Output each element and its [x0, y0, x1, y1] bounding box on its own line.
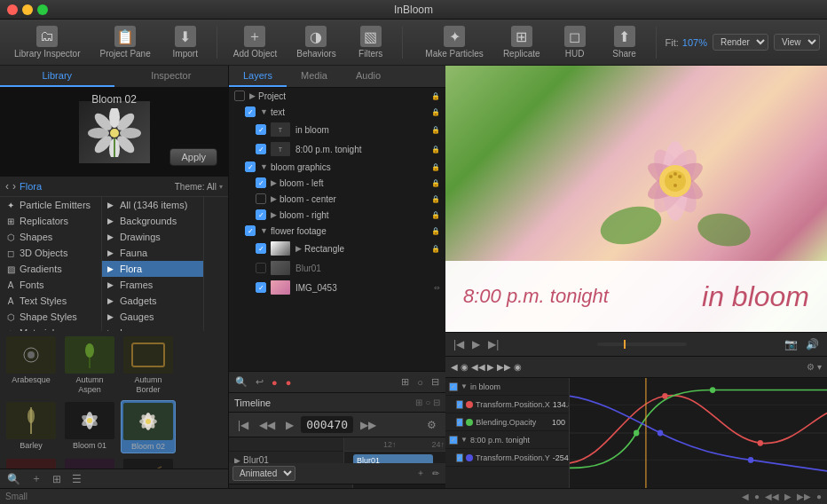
status-icon-4[interactable]: ▶: [784, 492, 792, 501]
blur01-track[interactable]: Blur01: [344, 452, 445, 463]
cat-3d-objects[interactable]: ◻ 3D Objects: [0, 245, 101, 261]
cat-shapes[interactable]: ⬡ Shapes: [0, 229, 101, 245]
fit-value[interactable]: 107%: [682, 37, 707, 48]
layer-bloom-right-check[interactable]: ✓: [256, 209, 266, 220]
render-dropdown[interactable]: Render: [713, 34, 768, 51]
layer-bloom-center-check[interactable]: [256, 193, 266, 204]
tab-media[interactable]: Media: [287, 66, 342, 87]
subcat-all[interactable]: ▶ All (1346 items): [102, 197, 203, 213]
vp-camera-button[interactable]: 📷: [782, 337, 800, 351]
project-pane-button[interactable]: 📋 Project Pane: [92, 22, 157, 62]
status-icon-6[interactable]: ●: [816, 492, 822, 501]
thumb-branch-01[interactable]: Branch 01: [121, 457, 176, 469]
add-library-button[interactable]: ＋: [28, 469, 45, 488]
nav-forward[interactable]: ›: [12, 180, 16, 193]
subcat-gadgets[interactable]: ▶ Gadgets: [102, 293, 203, 309]
tab-inspector[interactable]: Inspector: [114, 66, 229, 87]
rp-transform-y[interactable]: ✓ Transform.Position.Y -254.31: [445, 449, 569, 467]
layer-flower-footage[interactable]: ✓ ▼ flower footage 🔒: [229, 223, 445, 239]
timeline-rewind-button[interactable]: ◀◀: [256, 417, 279, 433]
rp-in-bloom-check[interactable]: ✓: [449, 382, 458, 391]
rp-y-check[interactable]: ✓: [456, 453, 463, 462]
share-button[interactable]: ⬆ Share: [603, 22, 647, 62]
vp-start-button[interactable]: |◀: [451, 337, 467, 351]
tab-layers[interactable]: Layers: [229, 66, 287, 87]
timeline-fast-forward-button[interactable]: ▶▶: [357, 417, 380, 433]
layer-bloom-right[interactable]: ✓ ▶ bloom - right 🔒: [229, 207, 445, 223]
status-icon-3[interactable]: ◀◀: [765, 492, 779, 501]
expand-btn[interactable]: ⊟: [429, 374, 442, 390]
status-icon-2[interactable]: ●: [754, 492, 760, 501]
thumb-bloom-03[interactable]: Bloom 03: [4, 457, 59, 469]
thumb-barley[interactable]: Barley: [4, 400, 59, 454]
tl-label-blur01[interactable]: ▶ Blur01: [229, 452, 343, 463]
rp-x-check[interactable]: ✓: [456, 400, 463, 409]
breadcrumb[interactable]: Flora: [20, 181, 42, 192]
thumb-autumn-border[interactable]: Autumn Border: [121, 335, 176, 397]
rp-tonight[interactable]: ✓ ▼ 8:00 p.m. tonight: [445, 431, 569, 449]
layer-img-check[interactable]: ✓: [256, 282, 266, 293]
subcat-frames[interactable]: ▶ Frames: [102, 277, 203, 293]
tab-library[interactable]: Library: [0, 66, 114, 87]
layer-in-bloom[interactable]: ✓ T in bloom 🔒: [229, 120, 445, 139]
import-button[interactable]: ⬇ Import: [163, 22, 208, 62]
apply-button[interactable]: Apply: [169, 148, 217, 166]
subcat-flora[interactable]: ▶ Flora: [102, 261, 203, 277]
layer-project-check[interactable]: [234, 91, 245, 101]
layer-bloom-left-check[interactable]: ✓: [256, 177, 266, 188]
status-icon-5[interactable]: ▶▶: [797, 492, 811, 501]
layer-tonight[interactable]: ✓ T 8:00 p.m. tonight 🔒: [229, 139, 445, 159]
layer-project[interactable]: ▶ Project 🔒: [229, 88, 445, 104]
view-dropdown[interactable]: View: [774, 34, 820, 51]
animated-dropdown[interactable]: Animated: [232, 466, 295, 481]
subcat-drawings[interactable]: ▶ Drawings: [102, 229, 203, 245]
replicate-button[interactable]: ⊞ Replicate: [496, 22, 547, 62]
minimize-button[interactable]: [22, 4, 33, 15]
status-icon-1[interactable]: ◀: [742, 492, 749, 501]
grid-view-button[interactable]: ⊞: [49, 471, 65, 487]
layer-flower-footage-check[interactable]: ✓: [245, 225, 256, 236]
thumb-bloom-02[interactable]: Bloom 02: [121, 400, 176, 454]
cat-fonts[interactable]: A Fonts: [0, 277, 101, 293]
thumb-arabesque[interactable]: Arabesque: [4, 335, 59, 397]
blur01-bar[interactable]: Blur01: [353, 454, 433, 463]
nav-back[interactable]: ‹: [5, 180, 9, 193]
scrubber[interactable]: [597, 343, 687, 346]
tab-audio[interactable]: Audio: [342, 66, 395, 87]
cat-shape-styles[interactable]: ⬡ Shape Styles: [0, 309, 101, 325]
subcat-backgrounds[interactable]: ▶ Backgrounds: [102, 213, 203, 229]
search-button[interactable]: 🔍: [4, 471, 24, 487]
grid-btn[interactable]: ⊞: [398, 374, 412, 390]
layer-text-check[interactable]: ✓: [245, 106, 256, 117]
add-object-button[interactable]: ＋ Add Object: [226, 22, 284, 62]
cat-replicators[interactable]: ⊞ Replicators: [0, 213, 101, 229]
layer-bloom-left[interactable]: ✓ ▶ bloom - left 🔒: [229, 175, 445, 191]
rp-opacity-check[interactable]: ✓: [456, 418, 463, 427]
layer-blur01-check[interactable]: [256, 263, 266, 273]
graph-pencil-button[interactable]: ✏: [429, 467, 442, 480]
layer-img-0453[interactable]: ✓ IMG_0453 ⇔: [229, 278, 445, 297]
thumb-autumn-aspen[interactable]: Autumn Aspen: [62, 335, 117, 397]
cat-particle-emitters[interactable]: ✦ Particle Emitters: [0, 197, 101, 213]
filters-button[interactable]: ▧ Filters: [349, 22, 393, 62]
timeline-settings[interactable]: ⚙: [423, 417, 440, 433]
vp-volume-button[interactable]: 🔊: [803, 337, 822, 351]
cat-materials[interactable]: ◈ Materials: [0, 325, 101, 331]
thumb-blossom[interactable]: Blossom: [62, 457, 117, 469]
layer-bloom-graphics-check[interactable]: ✓: [245, 161, 256, 172]
layer-bloom-graphics[interactable]: ✓ ▼ bloom graphics 🔒: [229, 159, 445, 175]
layer-bloom-center[interactable]: ▶ bloom - center 🔒: [229, 191, 445, 207]
make-particles-button[interactable]: ✦ Make Particles: [418, 22, 491, 62]
cat-gradients[interactable]: ▨ Gradients: [0, 261, 101, 277]
subcat-gauges[interactable]: ▶ Gauges: [102, 309, 203, 325]
graph-add-button[interactable]: ＋: [414, 465, 428, 481]
close-button[interactable]: [7, 4, 18, 15]
play-reverse-button[interactable]: ●: [283, 375, 295, 390]
rp-in-bloom[interactable]: ✓ ▼ in bloom: [445, 378, 569, 396]
thumb-bloom-01[interactable]: Bloom 01: [62, 400, 117, 454]
layer-tonight-check[interactable]: ✓: [256, 144, 266, 154]
layer-rectangle[interactable]: ✓ ▶ Rectangle 🔒: [229, 239, 445, 258]
layer-in-bloom-check[interactable]: ✓: [256, 124, 266, 135]
theme-select[interactable]: Theme: All ▾: [175, 182, 223, 192]
add-behavior-button[interactable]: ●: [269, 375, 280, 390]
